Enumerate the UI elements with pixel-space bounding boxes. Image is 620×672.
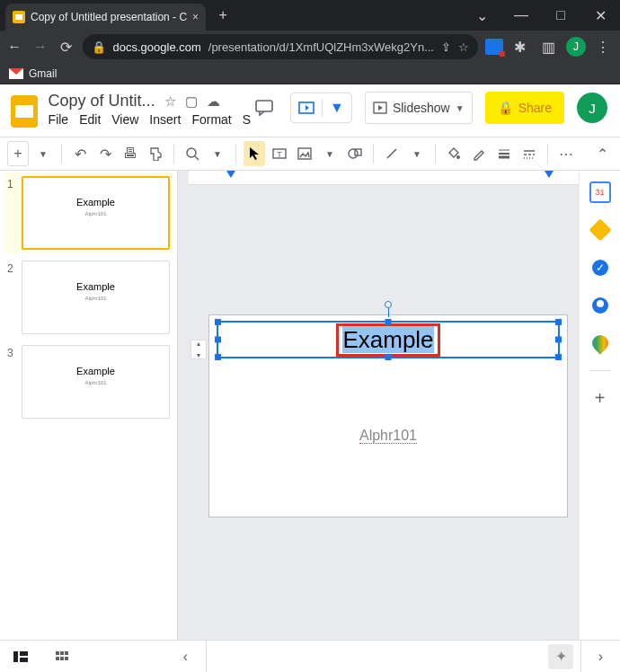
window-maximize-button[interactable]: □ <box>541 0 580 31</box>
browser-menu-icon[interactable]: ⋮ <box>591 35 615 58</box>
more-tools-button[interactable]: ⋯ <box>555 141 577 166</box>
border-color-button[interactable] <box>468 141 490 166</box>
subtitle-textbox[interactable]: Alphr101 <box>209 428 567 444</box>
resize-handle-br[interactable] <box>555 354 562 360</box>
browser-tab[interactable]: Copy of Untitled presentation - C × <box>5 4 206 31</box>
rotation-handle[interactable] <box>385 301 392 308</box>
image-tool-button[interactable] <box>294 141 315 166</box>
resize-handle-tm[interactable] <box>385 319 392 325</box>
textbox-tool-button[interactable]: T <box>269 141 290 166</box>
menu-more[interactable]: S <box>243 112 251 127</box>
get-addons-button[interactable]: + <box>589 387 611 409</box>
window-dropdown-icon[interactable]: ⌄ <box>462 0 501 31</box>
lock-icon: 🔒 <box>92 40 106 54</box>
canvas[interactable]: ▴▾ Example Alphr101 <box>178 171 579 672</box>
zoom-dropdown[interactable]: ▼ <box>207 141 228 166</box>
svg-rect-18 <box>13 651 18 662</box>
extensions-puzzle-icon[interactable]: ✱ <box>509 35 532 58</box>
undo-button[interactable]: ↶ <box>69 141 91 166</box>
present-icon <box>291 93 322 122</box>
border-dash-button[interactable] <box>518 141 540 166</box>
border-weight-button[interactable] <box>493 141 515 166</box>
resize-handle-mr[interactable] <box>555 337 562 343</box>
svg-line-4 <box>195 156 199 160</box>
zoom-button[interactable] <box>182 141 203 166</box>
new-tab-button[interactable]: + <box>211 4 235 27</box>
bookmark-gmail[interactable]: Gmail <box>29 67 57 80</box>
star-icon[interactable]: ☆ <box>164 93 176 110</box>
slideshow-button[interactable]: Slideshow ▼ <box>365 92 473 124</box>
sidepanel-icon[interactable]: ▥ <box>537 35 561 58</box>
hide-sidepanel-button[interactable]: › <box>580 641 620 673</box>
menu-format[interactable]: Format <box>191 112 231 127</box>
fit-guide-control[interactable]: ▴▾ <box>190 340 207 359</box>
window-minimize-button[interactable]: — <box>501 0 541 31</box>
menu-view[interactable]: View <box>111 112 138 127</box>
line-tool-button[interactable] <box>381 141 403 166</box>
svg-rect-21 <box>56 651 59 655</box>
slide-thumb-1[interactable]: 1 Example Alphr101 <box>4 172 173 253</box>
paint-format-button[interactable] <box>145 141 166 166</box>
resize-handle-ml[interactable] <box>215 337 221 343</box>
present-dropdown[interactable]: ▼ <box>290 93 352 123</box>
resize-handle-bl[interactable] <box>215 354 221 360</box>
gmail-icon[interactable] <box>9 68 23 79</box>
window-close-button[interactable]: ✕ <box>580 0 620 31</box>
subtitle-text: Alphr101 <box>359 428 417 444</box>
filmstrip-view-button[interactable] <box>0 641 41 673</box>
address-bar[interactable]: 🔒 docs.google.com/presentation/d/1XmfUQl… <box>83 34 478 59</box>
contacts-icon[interactable] <box>589 295 611 316</box>
print-button[interactable]: 🖶 <box>120 141 141 166</box>
svg-line-10 <box>387 149 396 158</box>
select-tool-button[interactable] <box>244 141 265 166</box>
menu-bar: File Edit View Insert Format S <box>49 111 251 127</box>
share-label: Share <box>518 101 552 115</box>
fill-color-button[interactable] <box>443 141 465 166</box>
side-panel: ✓ + <box>579 171 620 672</box>
share-button[interactable]: 🔒 Share <box>485 92 564 124</box>
explore-button[interactable]: ✦ <box>548 644 573 669</box>
line-dropdown[interactable]: ▼ <box>406 141 428 166</box>
ruler-horizontal[interactable] <box>189 171 579 185</box>
redo-button[interactable]: ↷ <box>94 141 116 166</box>
doc-title[interactable]: Copy of Untit... <box>49 92 155 111</box>
grid-view-button[interactable] <box>41 641 83 673</box>
tab-close-icon[interactable]: × <box>192 11 199 23</box>
resize-handle-tl[interactable] <box>215 319 221 325</box>
share-url-icon[interactable]: ⇪ <box>441 40 451 54</box>
menu-edit[interactable]: Edit <box>79 112 101 127</box>
new-slide-button[interactable]: + <box>7 141 29 166</box>
slide-thumb-3[interactable]: 3 Example Alphr101 <box>7 345 170 419</box>
collapse-toolbar-button[interactable]: ⌃ <box>591 141 613 166</box>
svg-point-11 <box>456 155 460 159</box>
keep-icon[interactable] <box>589 219 611 241</box>
nav-reload-button[interactable]: ⟳ <box>57 35 75 58</box>
maps-icon[interactable] <box>589 332 611 354</box>
image-dropdown[interactable]: ▼ <box>319 141 341 166</box>
account-avatar[interactable]: J <box>577 93 607 123</box>
extension-icon[interactable] <box>485 39 503 55</box>
profile-avatar[interactable]: J <box>566 37 586 57</box>
resize-handle-tr[interactable] <box>555 319 562 325</box>
window-controls: ⌄ — □ ✕ <box>462 0 620 31</box>
title-textbox[interactable]: Example <box>217 321 560 358</box>
slides-logo-icon[interactable] <box>11 95 38 128</box>
collapse-filmstrip-button[interactable]: ‹ <box>165 641 207 673</box>
nav-back-button[interactable]: ← <box>5 35 24 58</box>
move-icon[interactable]: ▢ <box>185 93 198 110</box>
tasks-icon[interactable]: ✓ <box>589 257 611 279</box>
shape-tool-button[interactable] <box>344 141 366 166</box>
resize-handle-bm[interactable] <box>385 354 392 360</box>
toolbar: + ▼ ↶ ↷ 🖶 ▼ T ▼ ▼ ⋯ ⌃ <box>0 137 620 171</box>
bookmark-star-icon[interactable]: ☆ <box>458 40 469 54</box>
menu-insert[interactable]: Insert <box>149 112 181 127</box>
filmstrip[interactable]: 1 Example Alphr101 2 Example Alphr101 3 … <box>0 171 178 672</box>
cloud-saved-icon[interactable]: ☁ <box>207 93 220 110</box>
menu-file[interactable]: File <box>49 112 69 127</box>
calendar-icon[interactable] <box>589 181 611 203</box>
slide-thumb-2[interactable]: 2 Example Alphr101 <box>7 261 170 334</box>
comments-button[interactable] <box>251 93 278 123</box>
slide-canvas[interactable]: Example Alphr101 <box>208 314 568 517</box>
new-slide-dropdown[interactable]: ▼ <box>32 141 54 166</box>
title-text[interactable]: Example <box>342 326 433 353</box>
